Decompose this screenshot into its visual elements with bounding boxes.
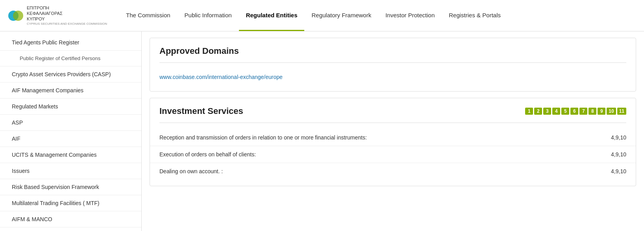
badge-4[interactable]: 4 <box>552 108 560 115</box>
badge-2[interactable]: 2 <box>534 108 542 115</box>
badge-7[interactable]: 7 <box>579 108 587 115</box>
badge-1[interactable]: 1 <box>525 108 533 115</box>
service-value-0: 4,9,10 <box>611 134 626 141</box>
badge-11[interactable]: 11 <box>617 108 626 115</box>
approved-domains-section: Approved Domains www.coinbase.com/intern… <box>150 38 636 92</box>
badge-10[interactable]: 10 <box>607 108 616 115</box>
approved-domains-title: Approved Domains <box>150 38 636 62</box>
badge-8[interactable]: 8 <box>588 108 596 115</box>
service-value-2: 4,9,10 <box>611 168 626 174</box>
badge-5[interactable]: 5 <box>561 108 569 115</box>
investment-services-rows: Reception and transmission of orders in … <box>150 129 636 180</box>
badge-6[interactable]: 6 <box>570 108 578 115</box>
investment-section-divider <box>159 123 626 123</box>
service-row-0: Reception and transmission of orders in … <box>150 129 636 146</box>
badges-container: 1234567891011 <box>525 108 626 115</box>
service-row-2: Dealing on own account. : 4,9,10 <box>150 163 636 180</box>
nav-item-regulatory-framework[interactable]: Regulatory Framework <box>304 0 378 31</box>
svg-point-1 <box>13 11 23 21</box>
badge-9[interactable]: 9 <box>598 108 605 115</box>
logo-line1: ΕΠΙΤΡΟΠΗ <box>27 5 107 11</box>
service-label-0: Reception and transmission of orders in … <box>159 134 603 141</box>
sidebar-item-certified-persons[interactable]: Public Register of Certified Persons <box>0 51 141 66</box>
header: ΕΠΙΤΡΟΠΗ ΚΕΦΑΛΑΙΑΓΟΡΑΣ ΚΥΠΡΟΥ CYPRUS SEC… <box>0 0 644 31</box>
service-label-1: Execution of orders on behalf of clients… <box>159 151 603 158</box>
sidebar-item-ucits[interactable]: UCITS & Management Companies <box>0 147 141 163</box>
logo: ΕΠΙΤΡΟΠΗ ΚΕΦΑΛΑΙΑΓΟΡΑΣ ΚΥΠΡΟΥ CYPRUS SEC… <box>8 5 107 26</box>
investment-services-header: Investment Services 1234567891011 <box>150 98 636 123</box>
sidebar-item-aif[interactable]: AIF <box>0 131 141 147</box>
logo-sub: CYPRUS SECURITIES AND EXCHANGE COMMISSIO… <box>27 22 107 26</box>
service-label-2: Dealing on own account. : <box>159 168 603 174</box>
logo-line2: ΚΕΦΑΛΑΙΑΓΟΡΑΣ <box>27 11 107 16</box>
sidebar-item-mtf[interactable]: Multilateral Trading Facilities ( MTF) <box>0 195 141 211</box>
logo-line3: ΚΥΠΡΟΥ <box>27 16 107 22</box>
domain-link[interactable]: www.coinbase.com/international-exchange/… <box>159 69 626 85</box>
sidebar-item-aif-mgmt[interactable]: AIF Management Companies <box>0 82 141 99</box>
service-value-1: 4,9,10 <box>611 151 626 158</box>
sidebar: Tied Agents Public Register Public Regis… <box>0 31 142 231</box>
logo-text: ΕΠΙΤΡΟΠΗ ΚΕΦΑΛΑΙΑΓΟΡΑΣ ΚΥΠΡΟΥ CYPRUS SEC… <box>27 5 107 26</box>
approved-domains-content: www.coinbase.com/international-exchange/… <box>150 69 636 85</box>
page-layout: Tied Agents Public Register Public Regis… <box>0 31 644 231</box>
nav-item-investor-protection[interactable]: Investor Protection <box>378 0 442 31</box>
nav-item-regulated-entities[interactable]: Regulated Entities <box>239 0 305 31</box>
sidebar-item-casp[interactable]: Crypto Asset Services Providers (CASP) <box>0 66 141 82</box>
sidebar-item-risk-framework[interactable]: Risk Based Supervision Framework <box>0 179 141 195</box>
investment-services-title: Investment Services <box>159 106 243 116</box>
nav-item-public-info[interactable]: Public Information <box>178 0 239 31</box>
sidebar-item-aifm-manco[interactable]: AIFM & MANCO <box>0 211 141 227</box>
nav-item-registries[interactable]: Registries & Portals <box>442 0 508 31</box>
nav-item-commission[interactable]: The Commission <box>119 0 178 31</box>
investment-services-section: Investment Services 1234567891011 Recept… <box>150 98 636 186</box>
sidebar-item-asp[interactable]: ASP <box>0 115 141 131</box>
section-divider <box>159 62 626 63</box>
badge-3[interactable]: 3 <box>543 108 551 115</box>
main-content: Approved Domains www.coinbase.com/intern… <box>142 31 644 231</box>
logo-icon <box>8 6 24 26</box>
main-nav: The Commission Public Information Regula… <box>119 0 508 31</box>
sidebar-item-tied-agents[interactable]: Tied Agents Public Register <box>0 35 141 51</box>
service-row-1: Execution of orders on behalf of clients… <box>150 146 636 163</box>
sidebar-item-regulated-markets[interactable]: Regulated Markets <box>0 99 141 115</box>
sidebar-item-issuers[interactable]: Issuers <box>0 163 141 179</box>
